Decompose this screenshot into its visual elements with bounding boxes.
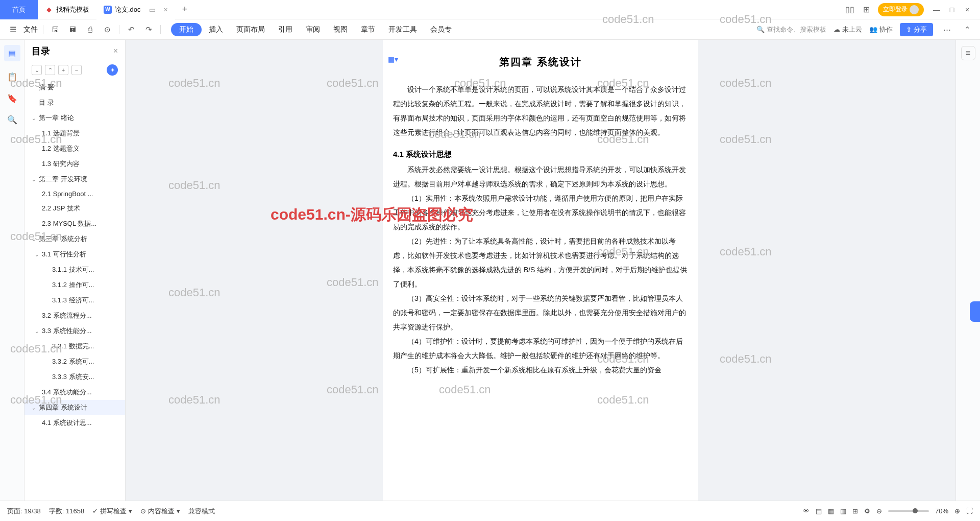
new-tab-button[interactable]: + xyxy=(175,0,195,19)
outline-item[interactable]: 1.2 选题意义 xyxy=(24,141,125,156)
outline-item-label: 2.2 JSP 技术 xyxy=(42,204,80,213)
menu-insert[interactable]: 插入 xyxy=(203,23,229,36)
view-mode-4[interactable]: ⊞ xyxy=(852,507,858,515)
chevron-down-icon[interactable]: ⌄ xyxy=(32,405,39,411)
chevron-down-icon[interactable]: ⌄ xyxy=(32,115,39,121)
chevron-down-icon[interactable]: ⌄ xyxy=(32,236,39,242)
chevron-up-icon[interactable]: ⌃ xyxy=(961,23,974,36)
outline-item[interactable]: 2.1 SpringBoot ... xyxy=(24,187,125,201)
outline-item[interactable]: ⌄第四章 系统设计 xyxy=(24,400,125,415)
saveas-icon[interactable]: 🖬 xyxy=(66,23,79,36)
view-mode-3[interactable]: ▥ xyxy=(840,507,846,515)
outline-item[interactable]: ⌄第二章 开发环境 xyxy=(24,172,125,187)
outline-item[interactable]: 2.3 MYSQL 数据... xyxy=(24,216,125,231)
outline-item[interactable]: 3.2 系统流程分... xyxy=(24,308,125,323)
cloud-status[interactable]: ☁未上云 xyxy=(834,25,862,34)
collab-button[interactable]: 👥协作 xyxy=(869,25,893,34)
menu-vip[interactable]: 会员专 xyxy=(424,23,458,36)
outline-item[interactable]: 摘 要 xyxy=(24,80,125,95)
outline-item[interactable]: 1.1 选题背景 xyxy=(24,126,125,141)
cloud-icon: ☁ xyxy=(834,26,840,33)
maximize-button[interactable]: □ xyxy=(946,6,958,14)
remove-icon[interactable]: − xyxy=(71,65,82,75)
zoom-in[interactable]: ⊕ xyxy=(954,507,960,515)
outline-item[interactable]: 3.1.1 技术可... xyxy=(24,262,125,277)
outline-item[interactable]: 3.1.2 操作可... xyxy=(24,277,125,293)
search-input[interactable]: 🔍 查找命令、搜索模板 xyxy=(756,25,826,34)
outline-item[interactable]: 3.3.1 数据完... xyxy=(24,339,125,354)
ai-icon[interactable]: ✦ xyxy=(107,64,118,76)
menu-start[interactable]: 开始 xyxy=(171,23,202,36)
outline-item[interactable]: ⌄第三章 系统分析 xyxy=(24,231,125,247)
outline-item[interactable]: 2.2 JSP 技术 xyxy=(24,201,125,216)
outline-item[interactable]: 目 录 xyxy=(24,95,125,110)
close-panel-icon[interactable]: × xyxy=(113,46,118,56)
compat-mode[interactable]: 兼容模式 xyxy=(188,507,215,516)
tab-templates[interactable]: ◆ 找稻壳模板 xyxy=(38,0,96,19)
chevron-down-icon[interactable]: ⌄ xyxy=(35,328,42,334)
search-panel-icon[interactable]: 🔍 xyxy=(6,113,18,126)
outline-icon[interactable]: ▤ xyxy=(4,45,20,61)
chevron-down-icon[interactable]: ⌄ xyxy=(32,177,39,182)
preview-icon[interactable]: ⊙ xyxy=(101,23,114,36)
outline-item[interactable]: 3.1.3 经济可... xyxy=(24,293,125,308)
outline-item[interactable]: 3.4 系统功能分... xyxy=(24,385,125,400)
menu-devtools[interactable]: 开发工具 xyxy=(382,23,423,36)
outline-item[interactable]: ⌄3.3 系统性能分... xyxy=(24,323,125,339)
minimize-button[interactable]: — xyxy=(931,6,942,14)
outline-item[interactable]: 4.1 系统设计思... xyxy=(24,415,125,431)
menu-references[interactable]: 引用 xyxy=(272,23,299,36)
outline-item[interactable]: ⌄3.1 可行性分析 xyxy=(24,247,125,262)
login-button[interactable]: 立即登录 xyxy=(878,3,924,16)
view-mode-1[interactable]: ▤ xyxy=(816,507,822,515)
tab-document[interactable]: W 论文.doc ▭ × xyxy=(96,0,175,19)
dual-view-icon[interactable]: ▭ xyxy=(149,6,156,14)
menu-review[interactable]: 审阅 xyxy=(300,23,326,36)
chevron-down-icon[interactable]: ⌄ xyxy=(35,252,42,257)
zoom-out[interactable]: ⊖ xyxy=(876,507,882,515)
side-tab[interactable] xyxy=(970,301,980,322)
add-icon[interactable]: + xyxy=(58,65,68,75)
menu-view[interactable]: 视图 xyxy=(327,23,354,36)
menu-bar: 开始 插入 页面布局 引用 审阅 视图 章节 开发工具 会员专 xyxy=(171,23,458,36)
more-icon[interactable]: ⋯ xyxy=(940,23,953,36)
file-menu[interactable]: 文件 xyxy=(23,25,38,34)
settings-icon[interactable]: ⚙ xyxy=(864,507,870,515)
menu-chapters[interactable]: 章节 xyxy=(355,23,381,36)
zoom-value[interactable]: 70% xyxy=(935,507,948,515)
document-area[interactable]: ▦▾ 第四章 系统设计 设计一个系统不单单是设计系统的页面，可以说系统设计其本质… xyxy=(126,40,955,501)
redo-icon[interactable]: ↷ xyxy=(142,23,155,36)
outline-item[interactable]: ⌄第一章 绪论 xyxy=(24,110,125,126)
page-number[interactable]: 页面: 19/38 xyxy=(7,507,41,516)
outline-item[interactable]: 1.3 研究内容 xyxy=(24,156,125,172)
close-window-button[interactable]: × xyxy=(962,6,973,14)
layout-icon[interactable]: ▯▯ xyxy=(845,5,854,14)
paragraph: （5）可扩展性：重新开发一个新系统相比在原有系统上升级，会花费大量的资金 xyxy=(383,363,698,377)
menu-icon[interactable]: ☰ xyxy=(6,23,19,36)
zoom-slider[interactable] xyxy=(888,510,929,512)
close-tab-icon[interactable]: × xyxy=(164,6,168,14)
word-count[interactable]: 字数: 11658 xyxy=(49,507,84,516)
clipboard-icon[interactable]: 📋 xyxy=(6,70,18,83)
outline-item[interactable]: 3.3.2 系统可... xyxy=(24,354,125,369)
collapse-all-icon[interactable]: ⌄ xyxy=(32,65,42,75)
save-icon[interactable]: 🖫 xyxy=(48,23,62,36)
view-mode-2[interactable]: ▦ xyxy=(828,507,834,515)
zoom-thumb[interactable] xyxy=(913,508,918,513)
share-button[interactable]: ⇧分享 xyxy=(900,23,933,36)
tab-home[interactable]: 首页 xyxy=(0,0,38,19)
undo-icon[interactable]: ↶ xyxy=(125,23,138,36)
panel-toggle-icon[interactable]: ≡ xyxy=(961,46,975,60)
fullscreen-icon[interactable]: ⛶ xyxy=(966,507,973,515)
spell-check[interactable]: ✓拼写检查▾ xyxy=(92,507,132,516)
page-marker-icon[interactable]: ▦▾ xyxy=(388,55,398,63)
apps-icon[interactable]: ⊞ xyxy=(862,5,871,14)
bookmark-icon[interactable]: 🔖 xyxy=(6,92,18,104)
print-icon[interactable]: ⎙ xyxy=(83,23,96,36)
content-check[interactable]: ⊙内容检查▾ xyxy=(140,507,180,516)
outline-item[interactable]: 3.3.3 系统安... xyxy=(24,369,125,385)
paragraph: （4）可维护性：设计时，要提前考虑本系统的可维护性，因为一个便于维护的系统在后期… xyxy=(383,334,698,363)
eye-icon[interactable]: 👁 xyxy=(803,507,810,515)
menu-layout[interactable]: 页面布局 xyxy=(230,23,271,36)
expand-all-icon[interactable]: ⌃ xyxy=(45,65,55,75)
